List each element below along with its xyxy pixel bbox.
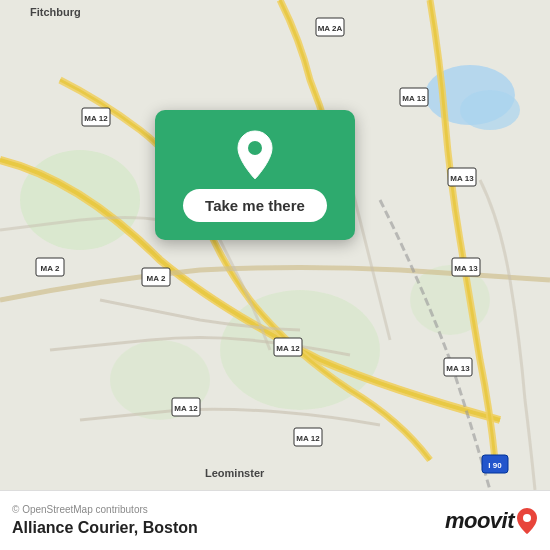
svg-text:MA 12: MA 12 (296, 434, 320, 443)
svg-text:MA 13: MA 13 (454, 264, 478, 273)
destination-card[interactable]: Take me there (155, 110, 355, 240)
map-svg: MA 2A MA 12 MA 13 MA 13 MA 13 MA 2 MA 2 … (0, 0, 550, 490)
svg-text:I 90: I 90 (488, 461, 502, 470)
svg-text:MA 13: MA 13 (450, 174, 474, 183)
svg-text:MA 2: MA 2 (147, 274, 166, 283)
bottom-bar: © OpenStreetMap contributors Alliance Co… (0, 490, 550, 550)
svg-text:Fitchburg: Fitchburg (30, 6, 81, 18)
svg-text:MA 12: MA 12 (84, 114, 108, 123)
svg-text:MA 12: MA 12 (174, 404, 198, 413)
svg-text:MA 12: MA 12 (276, 344, 300, 353)
map-container: MA 2A MA 12 MA 13 MA 13 MA 13 MA 2 MA 2 … (0, 0, 550, 490)
bottom-left-info: © OpenStreetMap contributors Alliance Co… (12, 504, 198, 537)
svg-text:Leominster: Leominster (205, 467, 265, 479)
svg-text:MA 2: MA 2 (41, 264, 60, 273)
svg-text:MA 2A: MA 2A (318, 24, 343, 33)
location-pin-icon (233, 129, 277, 181)
moovit-brand-text: moovit (445, 508, 514, 534)
svg-point-2 (460, 90, 520, 130)
app-title: Alliance Courier, Boston (12, 519, 198, 537)
svg-text:MA 13: MA 13 (446, 364, 470, 373)
osm-attribution: © OpenStreetMap contributors (12, 504, 198, 515)
take-me-there-button[interactable]: Take me there (183, 189, 327, 222)
svg-point-33 (248, 141, 262, 155)
svg-point-34 (523, 514, 531, 522)
moovit-logo: moovit (445, 507, 538, 535)
svg-point-3 (20, 150, 140, 250)
moovit-pin-icon (516, 507, 538, 535)
svg-text:MA 13: MA 13 (402, 94, 426, 103)
